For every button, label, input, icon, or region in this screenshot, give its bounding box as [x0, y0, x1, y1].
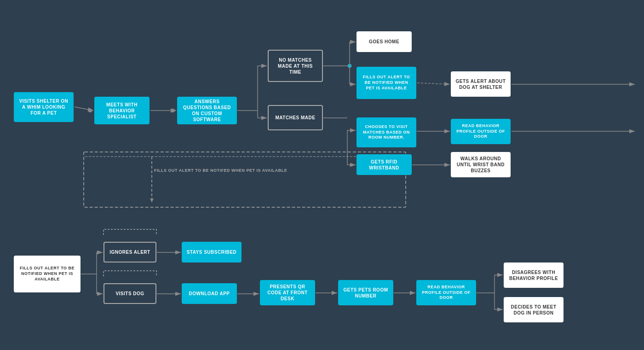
fills-out-alert-bottom-node: FILLS OUT ALERT TO BE NOTIFIED WHEN PET … [14, 256, 80, 292]
no-matches-node: NO MATCHES MADE AT THIS TIME [268, 50, 323, 82]
svg-point-4 [88, 109, 92, 112]
read-behavior-profile-node: READ BEHAVIOR PROFILE OUTSIDE OF DOOR [451, 119, 511, 144]
goes-home-node: GOES HOME [356, 31, 412, 52]
svg-line-16 [417, 83, 450, 84]
answers-questions-node: ANSWERS QUESTIONS BASED ON CUSTOM SOFTWA… [177, 97, 237, 124]
dashed-alert-label: FILLS OUT ALERT TO BE NOTIFED WHEN PET I… [154, 168, 287, 173]
svg-point-15 [348, 64, 351, 68]
download-app-node: DOWNLOAD APP [182, 283, 237, 304]
svg-point-6 [171, 109, 175, 112]
chooses-visit-node: CHOOSES TO VISIT MATCHES BASED ON ROOM N… [356, 117, 416, 147]
ignores-alert-node: IGNORES ALERT [104, 242, 156, 262]
gets-rfid-node: GETS RFID WRISTBAND [356, 154, 412, 175]
matches-made-node: MATCHES MADE [268, 105, 323, 130]
presents-qr-node: PRESENTS QR CODE AT FRONT DESK [260, 280, 315, 305]
read-behavior-bottom-node: READ BEHAVIOR PROFILE OUTSIDE OF DOOR [416, 280, 476, 305]
gets-alert-node: GETS ALERT ABOUT DOG AT SHELTER [451, 71, 511, 97]
svg-line-3 [75, 107, 93, 111]
decides-meet-node: DECIDES TO MEET DOG IN PERSON [504, 297, 564, 322]
gets-room-number-node: GETS PETS ROOM NUMBER [338, 280, 393, 305]
disagrees-profile-node: DISAGREES WITH BEHAVIOR PROFILE [504, 262, 564, 288]
meets-specialist-node: MEETS WITH BEHAVIOR SPECIALIST [94, 97, 150, 124]
walks-around-node: WALKS AROUND UNTIL WRIST BAND BUZZES [451, 152, 511, 177]
visits-dog-node: VISITS DOG [104, 283, 156, 304]
flowchart-diagram: VISITS SHELTER ON A WHIM LOOKING FOR A P… [0, 0, 644, 350]
fills-out-alert-node: FILLS OUT ALERT TO BE NOTIFIED WHEN PET … [356, 67, 416, 99]
visits-shelter-node: VISITS SHELTER ON A WHIM LOOKING FOR A P… [14, 92, 74, 122]
stays-subscribed-node: STAYS SUBSCRIBED [182, 242, 242, 262]
